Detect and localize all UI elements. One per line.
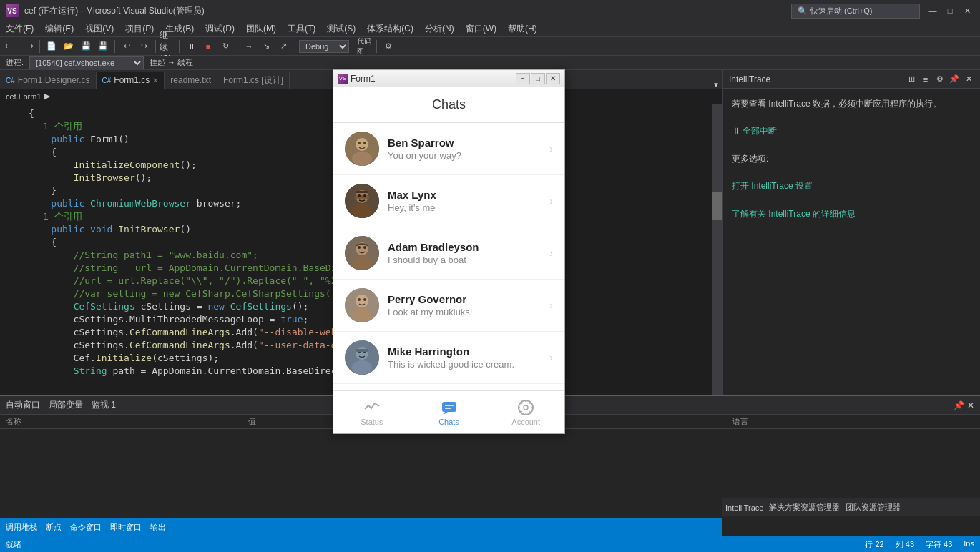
toolbar-stepout-btn[interactable]: ↗ [275, 39, 291, 54]
toolbar-fwd-btn[interactable]: ⟶ [20, 39, 36, 54]
toolbar-sep-5 [237, 40, 237, 53]
nav-item-chats[interactable]: Chats [411, 399, 488, 426]
cmdwindow-link[interactable]: 命令窗口 [70, 522, 102, 533]
col-lang: 语言 [732, 416, 975, 427]
v-scrollbar[interactable] [712, 104, 722, 396]
toolbar-continue-btn[interactable]: 继续(C) [160, 39, 175, 54]
form1-titlebar: VS Form1 − □ ✕ [333, 70, 564, 87]
menu-file[interactable]: 文件(F) [0, 21, 39, 36]
toolbar-redo-btn[interactable]: ↪ [136, 39, 152, 54]
menu-edit[interactable]: 编辑(E) [39, 21, 79, 36]
intellitrace-body: 若要查看 IntelliTrace 数据，必须中断应用程序的执行。 ⏸ 全部中断… [723, 89, 980, 230]
chat-item-perry[interactable]: Perry Governor Look at my mukluks! › [333, 280, 564, 332]
chevron-right-icon: › [549, 300, 553, 311]
chats-nav-icon [441, 399, 458, 416]
maximize-button[interactable]: □ [943, 4, 957, 18]
intellitrace-panel: IntelliTrace ⊞ ≡ ⚙ 📌 ✕ 若要查看 IntelliTrace… [722, 70, 980, 396]
bottom-tab-watch[interactable]: 监视 1 [92, 399, 116, 411]
toolbar-undo-btn[interactable]: ↩ [119, 39, 134, 54]
menu-window[interactable]: 窗口(W) [460, 21, 502, 36]
intellitrace-header: IntelliTrace ⊞ ≡ ⚙ 📌 ✕ [723, 70, 980, 89]
avatar-perry [345, 288, 379, 322]
breakpoints-link[interactable]: 断点 [46, 522, 62, 533]
tab-form1-cs[interactable]: C# Form1.cs ✕ [97, 72, 165, 89]
bottom-right-tab-team[interactable]: 团队资源管理器 [846, 502, 901, 513]
menu-tools[interactable]: 工具(T) [282, 21, 321, 36]
chat-name-ben: Ben Sparrow [388, 137, 541, 149]
menu-view[interactable]: 视图(V) [79, 21, 119, 36]
chat-info-adam: Adam Bradleyson I should buy a boat [388, 241, 541, 265]
toolbar-restart-btn[interactable]: ↻ [217, 39, 233, 54]
svg-rect-11 [356, 191, 368, 193]
panel-close-icon[interactable]: ✕ [963, 74, 974, 85]
bottom-panel-close-icon[interactable]: ✕ [967, 400, 974, 410]
toolbar-extra-btn[interactable]: ⚙ [381, 39, 396, 54]
learn-more-link[interactable]: 了解有关 IntelliTrace 的详细信息 [732, 209, 856, 219]
output-link[interactable]: 输出 [150, 522, 166, 533]
menu-arch[interactable]: 体系结构(C) [361, 21, 419, 36]
menu-debug[interactable]: 调试(D) [200, 21, 240, 36]
nav-item-account[interactable]: Account [487, 399, 564, 426]
debug-mode-select[interactable]: Debug [299, 40, 349, 53]
svg-line-40 [521, 411, 521, 412]
menu-test[interactable]: 测试(S) [321, 21, 361, 36]
search-icon: 🔍 [798, 6, 808, 16]
bottom-right-tab-intellitrace[interactable]: IntelliTrace [725, 503, 763, 512]
toolbar-sep-3 [155, 40, 156, 53]
svg-point-32 [524, 405, 528, 410]
break-all-link[interactable]: 全部中断 [743, 126, 777, 136]
process-select[interactable]: [10540] cef.vshost.exe [29, 56, 144, 69]
bottom-tab-locals[interactable]: 局部变量 [49, 399, 83, 411]
panel-settings-icon[interactable]: ⚙ [934, 74, 946, 85]
tab-form1-design[interactable]: Form1.cs [设计] [217, 72, 290, 89]
svg-point-31 [519, 400, 533, 415]
svg-point-21 [363, 298, 366, 301]
chat-item-ben[interactable]: Ben Sparrow You on your way? › [333, 123, 564, 175]
bottom-right-tab-solution[interactable]: 解决方案资源管理器 [769, 502, 840, 513]
toolbar-saveall-btn[interactable]: 💾 [95, 39, 111, 54]
close-button[interactable]: ✕ [960, 4, 974, 18]
chat-item-adam[interactable]: Adam Bradleyson I should buy a boat › [333, 227, 564, 280]
form1-minimize-btn[interactable]: − [516, 73, 530, 84]
callstack-link[interactable]: 调用堆栈 [6, 522, 37, 533]
account-nav-icon [517, 399, 534, 416]
tab-close-btn[interactable]: ✕ [152, 77, 158, 84]
chat-bottom-nav: Status Chats [333, 390, 564, 433]
toolbar-stop-btn[interactable]: ■ [200, 39, 216, 54]
minimize-button[interactable]: — [926, 4, 940, 18]
toolbar-stepover-btn[interactable]: → [241, 39, 257, 54]
menu-team[interactable]: 团队(M) [240, 21, 282, 36]
form1-maximize-btn[interactable]: □ [531, 73, 545, 84]
toolbar-pause-btn[interactable]: ⏸ [183, 39, 199, 54]
panel-list-icon[interactable]: ≡ [920, 74, 931, 85]
tab-readme[interactable]: readme.txt [165, 72, 217, 89]
toolbar-open-btn[interactable]: 📂 [61, 39, 77, 54]
status-char: 字符 43 [926, 539, 952, 550]
vs-menubar: 文件(F) 编辑(E) 视图(V) 项目(P) 生成(B) 调试(D) 团队(M… [0, 21, 980, 37]
immediate-link[interactable]: 即时窗口 [110, 522, 142, 533]
bottom-tab-auto[interactable]: 自动窗口 [6, 399, 40, 411]
svg-point-8 [352, 204, 372, 218]
menu-help[interactable]: 帮助(H) [502, 21, 543, 36]
chat-item-max[interactable]: Max Lynx Hey, it's me › [333, 175, 564, 227]
form1-close-btn[interactable]: ✕ [546, 73, 560, 84]
toolbar-back-btn[interactable]: ⟵ [3, 39, 19, 54]
chat-item-mike[interactable]: Mike Harrington This is wicked good ice … [333, 332, 564, 384]
panel-pin-icon[interactable]: 📌 [949, 74, 960, 85]
menu-analyze[interactable]: 分析(N) [419, 21, 460, 36]
chat-info-ben: Ben Sparrow You on your way? [388, 137, 541, 161]
bottom-panel-pin-icon[interactable]: 📌 [954, 400, 964, 410]
tab-form1-designer[interactable]: C# Form1.Designer.cs [0, 72, 97, 89]
quick-launch-box[interactable]: 🔍 快速启动 (Ctrl+Q) [791, 4, 920, 19]
quick-launch-placeholder: 快速启动 (Ctrl+Q) [810, 6, 872, 16]
open-settings-link[interactable]: 打开 IntelliTrace 设置 [732, 181, 813, 191]
toolbar-sep-1 [39, 40, 40, 53]
panel-grid-icon[interactable]: ⊞ [906, 74, 917, 85]
nav-item-status[interactable]: Status [333, 399, 411, 426]
tab-collapse-arrow[interactable]: ▼ [712, 81, 720, 89]
toolbar-save-btn[interactable]: 💾 [78, 39, 94, 54]
toolbar-new-btn[interactable]: 📄 [44, 39, 59, 54]
toolbar-stepin-btn[interactable]: ↘ [258, 39, 274, 54]
menu-project[interactable]: 项目(P) [119, 21, 160, 36]
toolbar-codemap-btn[interactable]: 代码图 [357, 39, 373, 54]
